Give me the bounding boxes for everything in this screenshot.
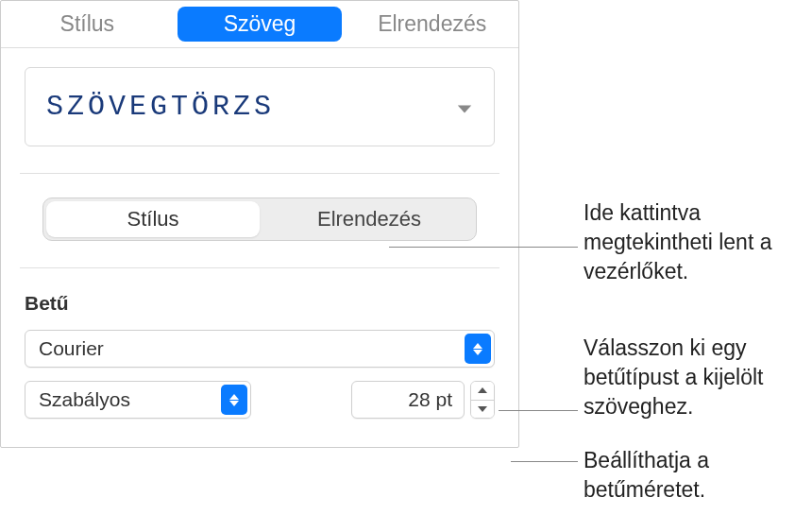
format-panel: Stílus Szöveg Elrendezés Szövegtörzs Stí… — [0, 0, 519, 448]
up-down-icon — [465, 334, 491, 364]
callout-set-size: Beállíthatja a betűméretet. — [584, 446, 801, 505]
divider — [20, 267, 499, 268]
svg-marker-1 — [473, 343, 482, 349]
font-family-value: Courier — [39, 337, 104, 360]
callout-line — [511, 461, 578, 462]
callout-line — [389, 247, 578, 248]
paragraph-style-label: Szövegtörzs — [46, 91, 275, 123]
tab-layout-label: Elrendezés — [378, 11, 486, 37]
tab-style-label: Stílus — [60, 11, 115, 37]
svg-marker-6 — [478, 406, 487, 412]
svg-marker-0 — [458, 105, 471, 112]
font-size-group: 28 pt — [351, 381, 495, 419]
panel-content: Szövegtörzs Stílus Elrendezés Betű Couri… — [1, 48, 518, 447]
svg-marker-5 — [478, 387, 487, 393]
tab-layout[interactable]: Elrendezés — [349, 7, 515, 42]
svg-marker-3 — [229, 394, 239, 400]
callout-choose-font: Válasszon ki egy betűtípust a kijelölt s… — [584, 334, 810, 421]
tab-text-label: Szöveg — [224, 11, 296, 37]
segmented-control: Stílus Elrendezés — [42, 197, 477, 241]
svg-marker-4 — [229, 401, 239, 406]
font-family-popup[interactable]: Courier — [25, 330, 495, 368]
font-weight-popup[interactable]: Szabályos — [25, 381, 251, 419]
segment-layout-label: Elrendezés — [317, 207, 421, 232]
svg-marker-2 — [473, 350, 482, 355]
paragraph-style-dropdown[interactable]: Szövegtörzs — [25, 67, 495, 146]
callout-line — [499, 410, 578, 411]
font-weight-value: Szabályos — [39, 388, 130, 411]
divider — [20, 173, 499, 174]
top-tabs: Stílus Szöveg Elrendezés — [1, 1, 518, 48]
up-down-icon — [221, 385, 247, 415]
font-size-value: 28 pt — [408, 388, 452, 411]
callout-see-controls: Ide kattintva megtekintheti lent a vezér… — [584, 198, 801, 286]
font-section-label: Betű — [25, 292, 495, 315]
stepper-down-button[interactable] — [471, 401, 494, 419]
stepper-up-button[interactable] — [471, 382, 494, 401]
segment-style-label: Stílus — [127, 207, 178, 232]
chevron-down-icon — [456, 101, 473, 112]
segment-style[interactable]: Stílus — [46, 201, 260, 237]
segment-layout[interactable]: Elrendezés — [262, 198, 476, 240]
tab-text[interactable]: Szöveg — [178, 7, 343, 42]
tab-style[interactable]: Stílus — [5, 7, 170, 42]
font-size-input[interactable]: 28 pt — [351, 381, 465, 419]
font-size-stepper — [470, 381, 495, 419]
